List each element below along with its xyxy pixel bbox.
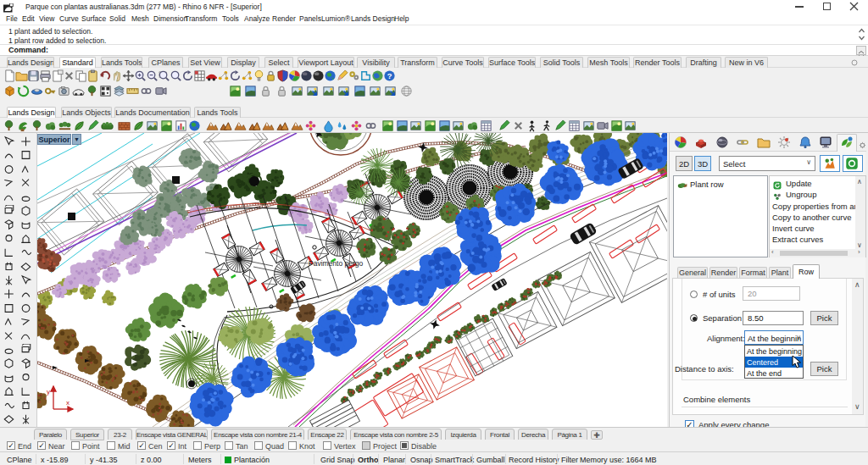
svg-text:x: x xyxy=(66,399,70,407)
svg-text:y: y xyxy=(47,388,50,396)
svg-text:?: ? xyxy=(387,72,392,80)
svg-text:Pavimento pergo: Pavimento pergo xyxy=(309,259,364,268)
